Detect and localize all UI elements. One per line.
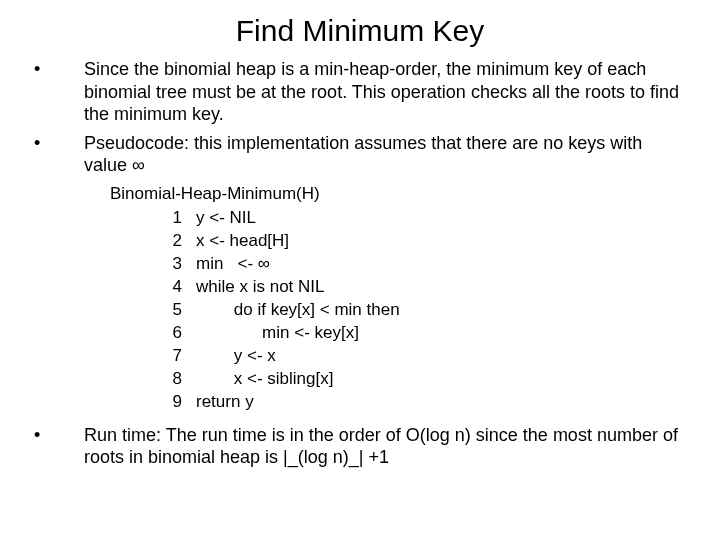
pseudocode-line: 3 min <- ∞ [110, 253, 690, 276]
pseudocode-line: 7 y <- x [110, 345, 690, 368]
pseudocode-line: 1 y <- NIL [110, 207, 690, 230]
pseudocode-line: 6 min <- key[x] [110, 322, 690, 345]
line-number: 2 [110, 230, 196, 253]
bullet-item: • Pseudocode: this implementation assume… [30, 132, 690, 177]
pseudocode-line: 2 x <- head[H] [110, 230, 690, 253]
line-number: 5 [110, 299, 196, 322]
pseudocode-line: 9 return y [110, 391, 690, 414]
bullet-text: Run time: The run time is in the order o… [84, 424, 690, 469]
line-code: return y [196, 391, 254, 414]
bullet-item: • Run time: The run time is in the order… [30, 424, 690, 469]
bullet-icon: • [30, 424, 84, 469]
pseudocode-line: 4 while x is not NIL [110, 276, 690, 299]
line-code: y <- x [196, 345, 276, 368]
line-code: min <- key[x] [196, 322, 359, 345]
bullet-icon: • [30, 58, 84, 126]
pseudocode-header: Binomial-Heap-Minimum(H) [110, 183, 690, 206]
line-code: y <- NIL [196, 207, 256, 230]
bullet-text: Pseudocode: this implementation assumes … [84, 132, 690, 177]
bullet-list: • Since the binomial heap is a min-heap-… [30, 58, 690, 177]
slide-title: Find Minimum Key [30, 14, 690, 48]
line-number: 9 [110, 391, 196, 414]
line-code: while x is not NIL [196, 276, 325, 299]
line-number: 3 [110, 253, 196, 276]
bullet-item: • Since the binomial heap is a min-heap-… [30, 58, 690, 126]
slide: Find Minimum Key • Since the binomial he… [0, 0, 720, 495]
line-number: 1 [110, 207, 196, 230]
bullet-icon: • [30, 132, 84, 177]
pseudocode-block: Binomial-Heap-Minimum(H) 1 y <- NIL 2 x … [110, 183, 690, 414]
bullet-text: Since the binomial heap is a min-heap-or… [84, 58, 690, 126]
line-code: min <- ∞ [196, 253, 270, 276]
line-number: 7 [110, 345, 196, 368]
line-number: 6 [110, 322, 196, 345]
line-number: 4 [110, 276, 196, 299]
pseudocode-line: 8 x <- sibling[x] [110, 368, 690, 391]
bullet-list: • Run time: The run time is in the order… [30, 424, 690, 469]
line-code: do if key[x] < min then [196, 299, 400, 322]
line-number: 8 [110, 368, 196, 391]
line-code: x <- head[H] [196, 230, 289, 253]
pseudocode-line: 5 do if key[x] < min then [110, 299, 690, 322]
line-code: x <- sibling[x] [196, 368, 333, 391]
